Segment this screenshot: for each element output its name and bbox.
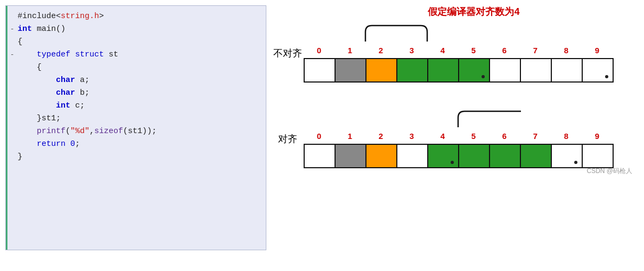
aligned-mem-cells: [304, 144, 614, 168]
unaligned-bracket-svg: [335, 23, 521, 43]
gutter-collapse: -: [10, 24, 18, 35]
cell2-2: [366, 145, 397, 167]
mem2-num-7: 7: [520, 132, 551, 141]
mem-num-7: 7: [520, 46, 551, 55]
mem2-num-0: 0: [304, 132, 335, 141]
cell-8: [552, 59, 583, 81]
cell2-0: [305, 145, 336, 167]
diagram-area: 假定编译器对齐数为4 不对齐 0 1 2 3 4 5 6 7 8: [266, 5, 639, 179]
aligned-row: 对齐 0 1 2 3 4 5 6 7 8 9: [272, 109, 633, 168]
code-line-3: {: [6, 36, 266, 48]
aligned-mem-numbers: 0 1 2 3 4 5 6 7 8 9: [304, 132, 614, 141]
mem-num-9: 9: [582, 46, 613, 55]
code-line-10: printf("%d",sizeof(st1));: [6, 125, 266, 138]
mem-num-1: 1: [335, 46, 365, 55]
cell-3: [397, 59, 428, 81]
cell2-6: [490, 145, 521, 167]
diagram-title: 假定编译器对齐数为4: [314, 5, 633, 18]
cell2-9: [583, 145, 614, 167]
mem-num-6: 6: [489, 46, 520, 55]
mem2-num-5: 5: [458, 132, 489, 141]
code-panel: #include<string.h> - int main() { - type…: [5, 5, 266, 250]
unaligned-diagram: 0 1 2 3 4 5 6 7 8 9: [304, 23, 614, 83]
mem-num-3: 3: [396, 46, 427, 55]
unaligned-label: 不对齐: [272, 47, 304, 60]
mem2-num-3: 3: [396, 132, 427, 141]
mem2-num-4: 4: [427, 132, 458, 141]
code-line-11: return 0;: [6, 138, 266, 151]
code-line-9: }st1;: [6, 112, 266, 125]
mem2-num-2: 2: [365, 132, 396, 141]
cell-7: [521, 59, 552, 81]
code-line-8: int c;: [6, 100, 266, 112]
mem-num-2: 2: [365, 46, 396, 55]
unaligned-mem-numbers: 0 1 2 3 4 5 6 7 8 9: [304, 46, 614, 55]
mem-num-5: 5: [458, 46, 489, 55]
cell-4: [428, 59, 459, 81]
mem-num-4: 4: [427, 46, 458, 55]
mem2-num-1: 1: [335, 132, 365, 141]
code-line-6: char a;: [6, 74, 266, 87]
cell2-3: [397, 145, 428, 167]
cell-6: [490, 59, 521, 81]
cell-0: [305, 59, 336, 81]
code-line-5: {: [6, 61, 266, 74]
unaligned-mem-cells: [304, 58, 614, 83]
unaligned-row: 不对齐 0 1 2 3 4 5 6 7 8 9: [272, 23, 633, 83]
aligned-label: 对齐: [272, 133, 304, 145]
cell2-4: [428, 145, 459, 167]
mem2-num-8: 8: [551, 132, 582, 141]
cell2-8: [552, 145, 583, 167]
mem-num-8: 8: [551, 46, 582, 55]
mem2-num-9: 9: [582, 132, 613, 141]
cell2-1: [336, 145, 366, 167]
cell2-7: [521, 145, 552, 167]
code-line-7: char b;: [6, 87, 266, 100]
mem-num-0: 0: [304, 46, 335, 55]
cell2-5: [459, 145, 490, 167]
code-line-4: - typedef struct st: [6, 48, 266, 61]
cell-1: [336, 59, 366, 81]
cell-9: [583, 59, 614, 81]
aligned-diagram: 0 1 2 3 4 5 6 7 8 9: [304, 109, 614, 168]
code-line-2: - int main(): [6, 23, 266, 36]
cell-2: [366, 59, 397, 81]
code-line-12: }: [6, 151, 266, 163]
cell-5: [459, 59, 490, 81]
aligned-bracket-svg: [335, 109, 521, 128]
code-line-1: #include<string.h>: [6, 10, 266, 23]
watermark: CSDN @码枪人: [586, 167, 632, 176]
mem2-num-6: 6: [489, 132, 520, 141]
